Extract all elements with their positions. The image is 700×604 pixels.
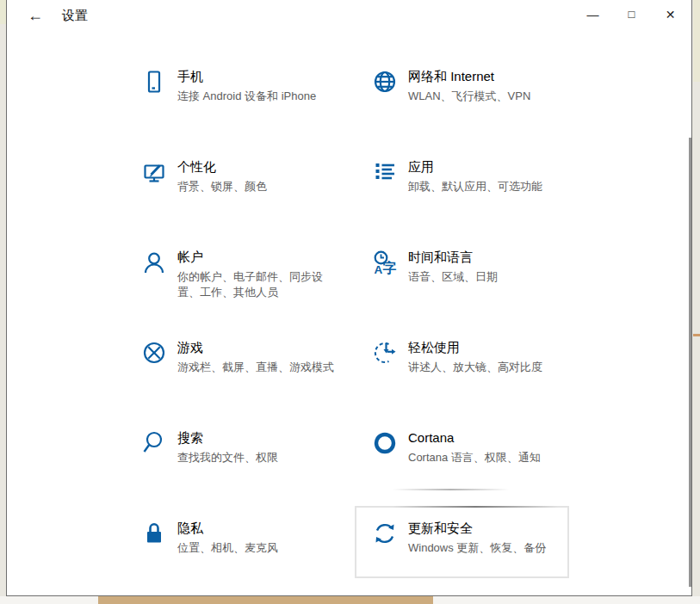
settings-tile-personalization[interactable]: 个性化 背景、锁屏、颜色 <box>135 151 366 241</box>
category-title: 游戏 <box>177 340 334 356</box>
category-subtitle: 位置、相机、麦克风 <box>177 540 278 556</box>
back-arrow-icon: ← <box>28 7 43 25</box>
svg-text:字: 字 <box>383 260 397 275</box>
category-subtitle: 游戏栏、截屏、直播、游戏模式 <box>177 360 334 375</box>
settings-tile-network[interactable]: 网络和 Internet WLAN、飞行模式、VPN <box>366 60 597 151</box>
svg-text:A: A <box>375 263 383 276</box>
settings-tile-apps[interactable]: 应用 卸载、默认应用、可选功能 <box>366 151 597 241</box>
page-title: 设置 <box>62 8 88 24</box>
category-title: Cortana <box>408 430 541 447</box>
settings-tile-gaming[interactable]: 游戏 游戏栏、截屏、直播、游戏模式 <box>135 331 366 422</box>
settings-tile-phone[interactable]: 手机 连接 Android 设备和 iPhone <box>135 60 366 151</box>
category-title: 应用 <box>408 159 542 176</box>
settings-tile-time-language[interactable]: A字 时间和语言 语音、区域、日期 <box>366 241 597 331</box>
accounts-icon <box>141 250 167 275</box>
settings-tile-accounts[interactable]: 帐户 你的帐户、电子邮件、同步设置、工作、其他人员 <box>135 241 366 331</box>
category-subtitle: 卸载、默认应用、可选功能 <box>408 179 542 194</box>
network-icon <box>372 69 398 95</box>
category-subtitle: 讲述人、放大镜、高对比度 <box>408 360 542 375</box>
phone-icon <box>141 69 167 95</box>
category-subtitle: 你的帐户、电子邮件、同步设置、工作、其他人员 <box>177 269 334 301</box>
category-subtitle: Windows 更新、恢复、备份 <box>408 540 546 556</box>
time-language-icon: A字 <box>372 250 398 275</box>
category-title: 搜索 <box>177 430 278 447</box>
desktop-background-strip <box>693 0 700 82</box>
minimize-button[interactable]: — <box>573 0 612 28</box>
category-subtitle: 语音、区域、日期 <box>408 269 498 285</box>
cortana-icon <box>372 430 398 456</box>
category-title: 手机 <box>177 69 316 85</box>
settings-tile-privacy[interactable]: 隐私 位置、相机、麦克风 <box>135 512 366 602</box>
back-button[interactable]: ← <box>22 3 48 28</box>
category-subtitle: Cortana 语言、权限、通知 <box>408 450 541 465</box>
ease-of-access-icon <box>372 340 398 366</box>
category-title: 轻松使用 <box>408 340 542 356</box>
window-controls: — □ ✕ <box>573 0 690 28</box>
category-title: 隐私 <box>177 521 278 537</box>
titlebar[interactable]: ← 设置 — □ ✕ <box>7 0 691 31</box>
maximize-button[interactable]: □ <box>612 0 651 28</box>
settings-window: ← 设置 — □ ✕ 手机 连接 Android 设备和 iPhone 网络和 … <box>6 0 692 596</box>
category-title: 时间和语言 <box>408 250 498 266</box>
settings-tile-ease-of-access[interactable]: 轻松使用 讲述人、放大镜、高对比度 <box>366 331 597 422</box>
scrollbar[interactable] <box>689 138 691 587</box>
update-security-icon <box>372 521 398 546</box>
settings-tile-search[interactable]: 搜索 查找我的文件、权限 <box>135 422 366 512</box>
category-title: 帐户 <box>177 250 334 266</box>
settings-tile-update-security[interactable]: 更新和安全 Windows 更新、恢复、备份 <box>366 512 597 602</box>
category-subtitle: 连接 Android 设备和 iPhone <box>177 89 316 104</box>
desktop-background-strip <box>693 334 700 336</box>
desktop-background-strip <box>0 0 6 24</box>
gaming-icon <box>141 340 167 366</box>
category-subtitle: 背景、锁屏、颜色 <box>177 179 267 194</box>
category-subtitle: 查找我的文件、权限 <box>177 450 278 465</box>
apps-icon <box>372 159 398 185</box>
category-subtitle: WLAN、飞行模式、VPN <box>408 89 530 104</box>
minimize-icon: — <box>587 8 599 22</box>
category-title: 网络和 Internet <box>408 69 530 85</box>
category-title: 个性化 <box>177 159 267 176</box>
close-button[interactable]: ✕ <box>651 0 690 28</box>
privacy-icon <box>141 521 167 546</box>
settings-category-grid: 手机 连接 Android 设备和 iPhone 网络和 Internet WL… <box>135 60 597 602</box>
search-icon <box>141 430 167 456</box>
close-icon: ✕ <box>666 8 676 22</box>
personalization-icon <box>141 159 167 185</box>
category-title: 更新和安全 <box>408 521 546 537</box>
maximize-icon: □ <box>629 8 635 21</box>
settings-tile-cortana[interactable]: Cortana Cortana 语言、权限、通知 <box>366 422 597 512</box>
